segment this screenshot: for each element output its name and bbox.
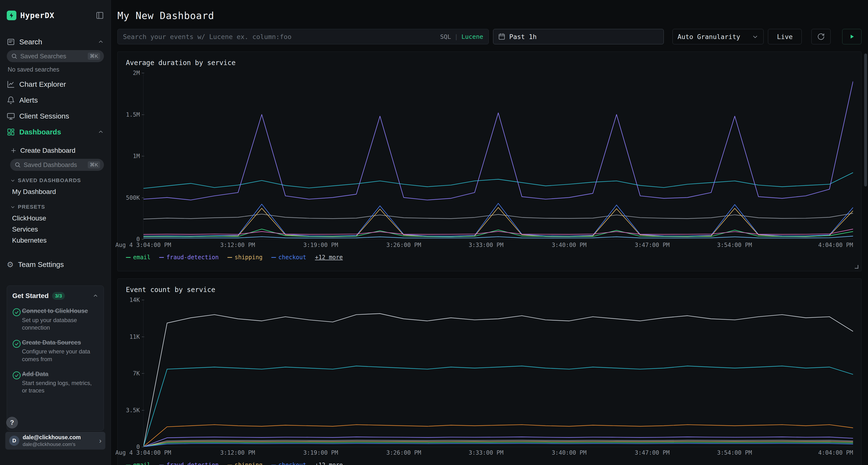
hyperdx-logo-icon xyxy=(7,10,17,20)
saved-searches-input[interactable] xyxy=(20,53,88,60)
step-desc: Set up your database connection xyxy=(22,317,98,331)
app-root: HyperDX Search ⌘K No saved searches Char… xyxy=(0,0,868,465)
sidebar-item-team-settings[interactable]: ⚙ Team Settings xyxy=(7,257,104,272)
chart-panel-event-count: Event count by service 14K11K7K3.5K0 Aug… xyxy=(117,278,862,465)
collapse-sidebar-icon[interactable] xyxy=(96,11,104,20)
refresh-icon xyxy=(817,33,825,40)
calendar-icon xyxy=(498,33,505,40)
legend-item-checkout[interactable]: checkout xyxy=(271,254,306,261)
page-title: My New Dashboard xyxy=(117,10,862,21)
sidebar-item-dashboards[interactable]: Dashboards xyxy=(7,124,104,140)
sidebar-item-chart-explorer[interactable]: Chart Explorer xyxy=(7,76,104,92)
x-axis-label: 4:04:00 PM xyxy=(818,449,853,456)
time-range-picker[interactable]: Past 1h xyxy=(493,29,664,44)
toggle-divider: | xyxy=(455,33,458,40)
series-other-4-line xyxy=(144,236,853,238)
sidebar-item-client-sessions[interactable]: Client Sessions xyxy=(7,108,104,124)
page-scrollbar xyxy=(864,0,868,465)
help-button[interactable]: ? xyxy=(6,417,18,428)
panel-resize-handle[interactable] xyxy=(855,265,858,269)
x-axis-label: 3:33:00 PM xyxy=(469,242,504,248)
live-button[interactable]: Live xyxy=(768,29,802,44)
check-circle-icon xyxy=(12,370,22,394)
get-started-header[interactable]: Get Started 3/3 xyxy=(12,292,98,300)
sidebar-item-alerts[interactable]: Alerts xyxy=(7,92,104,108)
series-other-2-line xyxy=(144,366,853,447)
legend-item-fraud-detection[interactable]: fraud-detection xyxy=(159,462,219,465)
dashboard-grid-icon xyxy=(7,128,15,136)
chart-plot-area[interactable] xyxy=(143,300,853,447)
x-axis-label: 3:40:00 PM xyxy=(552,242,587,248)
granularity-select[interactable]: Auto Granularity xyxy=(673,29,764,44)
x-axis-label: 3:12:00 PM xyxy=(220,449,255,456)
get-started-title: Get Started xyxy=(12,292,49,300)
logo-row: HyperDX xyxy=(7,9,104,22)
run-query-button[interactable] xyxy=(842,29,862,44)
sidebar-section-search[interactable]: Search xyxy=(7,35,104,49)
legend-item-fraud-detection[interactable]: fraud-detection xyxy=(159,254,219,261)
get-started-step[interactable]: Create Data Sources Configure where your… xyxy=(12,338,98,363)
x-axis-label: 3:54:00 PM xyxy=(717,242,752,248)
chart-legend: emailfraud-detectionshippingcheckout+12 … xyxy=(126,461,853,465)
y-axis-label: 11K xyxy=(129,333,144,340)
group-saved-dashboards[interactable]: SAVED DASHBOARDS xyxy=(10,175,104,186)
refresh-button[interactable] xyxy=(811,29,831,44)
sql-toggle[interactable]: SQL xyxy=(440,33,451,40)
check-circle-icon xyxy=(12,338,22,363)
x-axis-label: 3:26:00 PM xyxy=(386,449,421,456)
get-started-step[interactable]: Add Data Start sending logs, metrics, or… xyxy=(12,370,98,394)
step-desc: Configure where your data comes from xyxy=(22,348,98,363)
sidebar-item-my-dashboard[interactable]: My Dashboard xyxy=(10,186,104,197)
y-axis-label: 1.5M xyxy=(126,111,144,118)
legend-dash-icon xyxy=(159,257,164,258)
chevron-down-icon xyxy=(10,204,16,210)
scrollbar-thumb[interactable] xyxy=(864,54,867,187)
chart-panel-avg-duration: Average duration by service 2M1.5M1M500K… xyxy=(117,52,862,271)
group-presets[interactable]: PRESETS xyxy=(10,201,104,213)
x-axis-label: 3:33:00 PM xyxy=(469,449,504,456)
sidebar-item-services[interactable]: Services xyxy=(10,224,104,235)
legend-item-shipping[interactable]: shipping xyxy=(227,254,262,261)
chart-line-icon xyxy=(7,80,15,89)
chevron-down-icon xyxy=(752,33,758,40)
legend-item-email[interactable]: email xyxy=(126,462,151,465)
y-axis: 2M1.5M1M500K0 xyxy=(126,73,143,239)
play-icon xyxy=(849,34,855,39)
saved-dashboards-search[interactable]: ⌘K xyxy=(10,159,104,171)
legend-more-link[interactable]: +12 more xyxy=(315,254,343,261)
x-axis: Aug 4 3:04:00 PM3:12:00 PM3:19:00 PM3:26… xyxy=(143,242,853,250)
x-axis-label: 3:12:00 PM xyxy=(220,242,255,248)
chart-plot-area[interactable] xyxy=(143,73,853,239)
granularity-value: Auto Granularity xyxy=(678,33,740,40)
event-search-box[interactable]: SQL | Lucene xyxy=(117,29,489,44)
legend-dash-icon xyxy=(271,257,276,258)
get-started-step[interactable]: Connect to ClickHouse Set up your databa… xyxy=(12,307,98,331)
shortcut-badge: ⌘K xyxy=(88,53,100,60)
x-axis-label: 3:54:00 PM xyxy=(717,449,752,456)
legend-more-link[interactable]: +12 more xyxy=(315,462,343,465)
dashboards-subsection: Create Dashboard ⌘K SAVED DASHBOARDS My … xyxy=(7,144,104,246)
x-axis-label: Aug 4 3:04:00 PM xyxy=(115,449,171,456)
saved-searches-search[interactable]: ⌘K xyxy=(7,50,104,62)
sidebar-item-clickhouse[interactable]: ClickHouse xyxy=(10,213,104,224)
legend-item-shipping[interactable]: shipping xyxy=(227,462,262,465)
series-email-line xyxy=(144,442,853,447)
y-axis-label: 2M xyxy=(133,70,144,76)
chevron-up-icon xyxy=(98,39,104,45)
x-axis: Aug 4 3:04:00 PM3:12:00 PM3:19:00 PM3:26… xyxy=(143,449,853,458)
no-saved-searches-note: No saved searches xyxy=(8,66,104,73)
lucene-toggle[interactable]: Lucene xyxy=(462,33,483,40)
sidebar-item-kubernetes[interactable]: Kubernetes xyxy=(10,235,104,246)
create-dashboard-button[interactable]: Create Dashboard xyxy=(10,144,104,157)
legend-item-checkout[interactable]: checkout xyxy=(271,462,306,465)
step-title: Create Data Sources xyxy=(22,338,98,346)
chevron-up-icon xyxy=(93,293,98,299)
legend-item-email[interactable]: email xyxy=(126,254,151,261)
step-title: Connect to ClickHouse xyxy=(22,307,98,315)
user-menu[interactable]: D dale@clickhouse.com dale@clickhouse.co… xyxy=(5,432,105,450)
saved-dashboards-input[interactable] xyxy=(24,161,88,169)
event-search-input[interactable] xyxy=(123,33,436,40)
chart-legend: emailfraud-detectionshippingcheckout+12 … xyxy=(126,254,853,261)
gear-icon: ⚙ xyxy=(7,261,14,268)
x-axis-label: Aug 4 3:04:00 PM xyxy=(115,242,171,248)
